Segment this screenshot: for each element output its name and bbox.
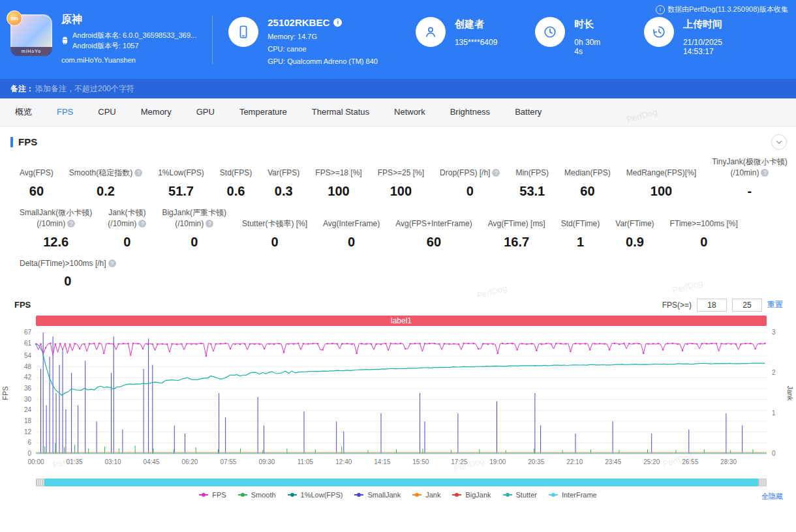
user-icon xyxy=(416,17,446,47)
collector-note: i 数据由PerfDog(11.3.250908)版本收集 xyxy=(656,5,788,14)
stat-value: 60 xyxy=(564,184,611,199)
note-placeholder: 添加备注，不超过200个字符 xyxy=(35,83,134,95)
tab-battery[interactable]: Battery xyxy=(502,98,554,126)
collapse-button[interactable] xyxy=(771,134,787,150)
stat-value: 12.6 xyxy=(20,235,92,250)
stat-value: 0 xyxy=(108,235,146,250)
svg-text:54: 54 xyxy=(24,352,32,359)
svg-text:20:35: 20:35 xyxy=(528,458,544,466)
stat-label: FPS>=25 [%] xyxy=(378,168,424,179)
app-avatar: 5th miHoYo xyxy=(10,14,52,56)
help-icon[interactable]: ? xyxy=(761,169,769,177)
stat-item: Var(FPS) 0.3 xyxy=(268,168,299,198)
stats-row: SmallJank(微小卡顿)(/10min)? 12.6 Jank(卡顿)(/… xyxy=(20,207,789,250)
app-name: 原神 xyxy=(61,13,196,27)
stat-value: 0 xyxy=(162,235,226,250)
scrollbar-left-handle[interactable] xyxy=(36,479,44,486)
svg-text:25:20: 25:20 xyxy=(643,458,660,466)
help-icon[interactable]: ? xyxy=(67,220,75,228)
stat-value: - xyxy=(712,184,788,199)
svg-text:06:20: 06:20 xyxy=(181,458,198,466)
svg-text:Jank: Jank xyxy=(786,385,794,401)
stat-label: Var(FPS) xyxy=(268,168,299,179)
section-header: FPS xyxy=(0,126,796,153)
reset-link[interactable]: 重置 xyxy=(767,299,783,310)
hide-all-link[interactable]: 全隐藏 xyxy=(761,492,783,501)
svg-text:FPS: FPS xyxy=(1,386,9,400)
help-icon[interactable]: ? xyxy=(492,169,500,177)
stat-label: Smooth(稳定指数)? xyxy=(69,168,142,179)
creator-block: 创建者 135****6409 xyxy=(416,17,497,47)
tab-memory[interactable]: Memory xyxy=(129,98,184,126)
tab-gpu[interactable]: GPU xyxy=(184,98,227,126)
tab-brightness[interactable]: Brightness xyxy=(438,98,502,126)
note-input[interactable]: 备注： 添加备注，不超过200个字符 xyxy=(0,79,796,98)
tab-network[interactable]: Network xyxy=(382,98,438,126)
tab-temperature[interactable]: Temperature xyxy=(227,98,299,126)
chart-legend: FPS Smooth 1%Low(FPS) SmallJank Jank Big… xyxy=(199,491,596,499)
stat-value: 16.7 xyxy=(488,235,545,250)
fps-section: FPS Avg(FPS) 60 Smooth(稳定指数)? 0.2 1%Low(… xyxy=(0,126,796,499)
stat-label: SmallJank(微小卡顿)(/10min)? xyxy=(20,207,92,230)
tab-fps[interactable]: FPS xyxy=(44,98,85,126)
scrollbar-track[interactable] xyxy=(44,479,758,486)
help-icon[interactable]: ? xyxy=(108,259,116,267)
svg-text:12: 12 xyxy=(24,428,32,436)
legend-item-stutter[interactable]: Stutter xyxy=(503,491,537,499)
stat-item: BigJank(严重卡顿)(/10min)? 0 xyxy=(162,207,226,250)
stat-label: Stutter(卡顿率) [%] xyxy=(242,218,307,229)
fps-filter: FPS(>=) 重置 xyxy=(662,299,783,312)
fps-threshold-min-input[interactable] xyxy=(697,299,727,312)
duration-block: 时长 0h 30m 4s xyxy=(535,17,606,56)
stats: Avg(FPS) 60 Smooth(稳定指数)? 0.2 1%Low(FPS)… xyxy=(0,153,796,289)
stat-label: Drop(FPS) [/h]? xyxy=(440,168,500,179)
device-memory: Memory: 14.7G xyxy=(268,33,378,40)
stat-item: Median(FPS) 60 xyxy=(564,168,611,198)
help-icon[interactable]: ? xyxy=(206,220,213,228)
tab-bar: 概览FPSCPUMemoryGPUTemperatureThermal Stat… xyxy=(0,98,796,126)
device-block: 25102RKBEC i Memory: 14.7G CPU: canoe GP… xyxy=(228,17,378,65)
tab-cpu[interactable]: CPU xyxy=(85,98,128,126)
svg-text:23:45: 23:45 xyxy=(605,458,621,466)
legend-marker xyxy=(199,494,208,495)
chart-label-bar: label1 xyxy=(36,316,767,326)
fps-threshold-max-input[interactable] xyxy=(732,299,762,312)
svg-text:30: 30 xyxy=(24,396,32,403)
legend-item-fps[interactable]: FPS xyxy=(199,491,226,499)
svg-text:3: 3 xyxy=(772,329,776,336)
svg-text:14:15: 14:15 xyxy=(374,458,390,466)
legend-marker xyxy=(549,494,558,495)
upload-time-value: 21/10/2025 14:53:17 xyxy=(683,38,748,56)
legend-item-1-low-fps[interactable]: 1%Low(FPS) xyxy=(288,491,343,499)
stat-item: Std(FPS) 0.6 xyxy=(220,168,252,198)
device-info-icon[interactable]: i xyxy=(333,18,342,27)
app-info: 原神 Android版本名: 6.0.0_36598533_369... And… xyxy=(61,13,196,66)
svg-text:28:30: 28:30 xyxy=(720,458,737,466)
section-title: FPS xyxy=(18,136,37,147)
legend-item-jank[interactable]: Jank xyxy=(412,491,440,499)
legend-item-smooth[interactable]: Smooth xyxy=(238,491,276,499)
tab-overview[interactable]: 概览 xyxy=(3,98,44,126)
duration-label: 时长 xyxy=(574,18,606,31)
stat-label: Median(FPS) xyxy=(564,168,611,179)
legend-item-interframe[interactable]: InterFrame xyxy=(549,491,597,499)
svg-text:18: 18 xyxy=(24,417,32,424)
device-cpu: CPU: canoe xyxy=(268,45,378,53)
tab-thermal-status[interactable]: Thermal Status xyxy=(299,98,382,126)
legend-item-smalljank[interactable]: SmallJank xyxy=(354,491,401,499)
help-icon[interactable]: ? xyxy=(138,220,146,228)
svg-text:2: 2 xyxy=(772,369,776,376)
stat-value: 53.1 xyxy=(515,184,549,199)
svg-text:15:50: 15:50 xyxy=(412,458,429,466)
fps-filter-label: FPS(>=) xyxy=(662,301,692,310)
stat-label: FPS>=18 [%] xyxy=(315,168,361,179)
legend-marker xyxy=(503,494,512,495)
help-icon[interactable]: ? xyxy=(134,169,142,177)
legend-item-bigjank[interactable]: BigJank xyxy=(452,491,491,499)
scrollbar-right-handle[interactable] xyxy=(758,479,767,486)
app-package: com.miHoYo.Yuanshen xyxy=(61,55,196,66)
stat-value: 0.2 xyxy=(69,184,142,199)
chart-plot[interactable]: 0612182430364248546167012300:0001:3503:1… xyxy=(0,326,796,477)
stat-item: Smooth(稳定指数)? 0.2 xyxy=(69,168,142,198)
legend-marker xyxy=(288,494,297,495)
